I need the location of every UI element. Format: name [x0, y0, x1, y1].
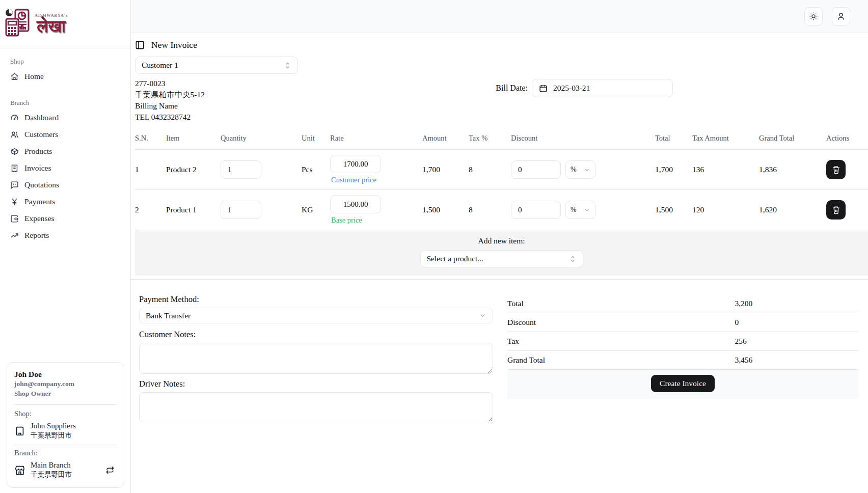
- sidebar-toggle-button[interactable]: [135, 40, 145, 50]
- sidebar-item-label: Home: [24, 72, 44, 81]
- switch-branch-button[interactable]: [103, 463, 117, 477]
- col-unit: Unit: [302, 131, 330, 150]
- col-tax-percent: Tax %: [469, 131, 511, 150]
- shop-address: 千葉県野田市: [31, 431, 76, 440]
- summary-label: Grand Total: [507, 355, 735, 365]
- user-name: Joh Doe: [14, 370, 117, 379]
- sidebar-item-dashboard[interactable]: Dashboard: [5, 110, 125, 125]
- col-discount: Discount: [511, 131, 655, 150]
- package-icon: [10, 147, 19, 156]
- cell-grand-total: 1,836: [759, 150, 826, 190]
- sidebar-item-expenses[interactable]: Expenses: [5, 211, 125, 226]
- cell-sn: 2: [135, 190, 166, 230]
- page-title: New Invoice: [151, 40, 197, 50]
- cell-tax-percent: 8: [469, 190, 511, 230]
- summary-value: 256: [735, 337, 858, 346]
- cell-item: Product 1: [166, 190, 221, 230]
- sidebar-nav: Shop Home Branch Dashboard Customers Pro: [0, 48, 130, 244]
- product-select[interactable]: Select a product...: [420, 250, 583, 267]
- users-icon: [10, 130, 19, 139]
- cell-tax-percent: 8: [469, 150, 511, 190]
- wallet-icon: [10, 214, 19, 223]
- sidebar-item-quotations[interactable]: Quotations: [5, 177, 125, 193]
- receipt-icon: [10, 164, 19, 173]
- trash-icon: [832, 206, 840, 214]
- building-icon: [14, 425, 25, 436]
- panel-left-icon: [135, 40, 145, 50]
- payment-method-select[interactable]: Bank Transfer: [139, 308, 493, 323]
- create-invoice-button[interactable]: Create Invoice: [651, 375, 715, 392]
- payment-method-value: Bank Transfer: [146, 311, 191, 320]
- rate-input[interactable]: [330, 155, 381, 173]
- payment-method-label: Payment Method:: [139, 294, 493, 305]
- customer-select[interactable]: Customer 1: [135, 57, 298, 74]
- sidebar-item-customers[interactable]: Customers: [5, 127, 125, 142]
- discount-unit-select[interactable]: %: [565, 160, 595, 179]
- store-icon: [14, 464, 25, 476]
- cell-grand-total: 1,620: [759, 190, 826, 230]
- summary-row-total: Total 3,200: [507, 294, 858, 313]
- driver-notes-label: Driver Notes:: [139, 379, 493, 389]
- sidebar-item-label: Dashboard: [24, 113, 59, 122]
- yen-icon: [10, 198, 19, 206]
- customer-notes-input[interactable]: [139, 343, 493, 374]
- shop-label: Shop:: [14, 409, 117, 418]
- sidebar-item-invoices[interactable]: Invoices: [5, 160, 125, 176]
- sidebar-item-reports[interactable]: Reports: [5, 228, 125, 243]
- home-icon: [10, 72, 19, 81]
- branch-label: Branch:: [14, 449, 117, 457]
- sidebar: AISHWARYA's लेखा Shop Home Branch Dashbo…: [0, 0, 131, 493]
- user-card: Joh Doe john@company.com Shop Owner Shop…: [7, 362, 124, 488]
- brand-logo-icon: [3, 8, 36, 40]
- invoice-item-row-2: 2 Product 1 KG Base price 1,500 8: [135, 190, 868, 230]
- cell-amount: 1,700: [422, 150, 469, 190]
- sidebar-item-products[interactable]: Products: [5, 144, 125, 159]
- bill-date-value: 2025-03-21: [553, 84, 590, 93]
- invoice-summary: Total 3,200 Discount 0 Tax 256 Grand Tot…: [507, 294, 858, 427]
- nav-section-shop: Shop: [5, 56, 125, 69]
- sidebar-item-label: Invoices: [24, 163, 51, 173]
- sidebar-item-home[interactable]: Home: [5, 69, 125, 84]
- quantity-input[interactable]: [221, 201, 261, 219]
- rate-type-link[interactable]: Customer price: [331, 176, 376, 184]
- rate-input[interactable]: [330, 195, 381, 213]
- quantity-input[interactable]: [221, 160, 261, 179]
- customer-address-block: 277-0023 千葉県柏市中央5-12 Billing Name TEL 04…: [135, 78, 205, 123]
- summary-label: Discount: [507, 318, 735, 327]
- cell-unit: KG: [302, 190, 330, 230]
- cell-amount: 1,500: [422, 190, 469, 230]
- col-amount: Amount: [422, 131, 469, 150]
- product-select-placeholder: Select a product...: [427, 254, 483, 263]
- quote-bubble-icon: [10, 181, 19, 189]
- summary-value: 0: [735, 318, 858, 327]
- account-button[interactable]: [832, 7, 850, 25]
- sidebar-item-payments[interactable]: Payments: [5, 194, 125, 209]
- discount-input[interactable]: [511, 160, 561, 179]
- discount-unit-select[interactable]: %: [565, 201, 595, 219]
- theme-toggle-button[interactable]: [804, 7, 823, 25]
- add-item-label: Add new item:: [135, 236, 868, 245]
- chevrons-up-down-icon: [284, 62, 291, 69]
- calendar-icon: [539, 84, 548, 93]
- bill-date-picker[interactable]: 2025-03-21: [532, 79, 673, 97]
- table-header-row: S.N. Item Quantity Unit Rate Amount Tax …: [135, 131, 868, 150]
- customer-notes-label: Customer Notes:: [139, 330, 493, 340]
- discount-input[interactable]: [511, 201, 561, 219]
- driver-notes-input[interactable]: [139, 392, 493, 422]
- branch-entity: Main Branch 千葉県野田市: [14, 460, 117, 479]
- sidebar-item-label: Expenses: [24, 214, 55, 223]
- summary-row-discount: Discount 0: [507, 313, 858, 332]
- customer-billing-name: Billing Name: [135, 100, 205, 112]
- delete-item-button[interactable]: [826, 200, 846, 220]
- summary-label: Total: [507, 299, 735, 308]
- sidebar-item-label: Quotations: [24, 180, 59, 189]
- topbar: [131, 0, 868, 33]
- chevrons-up-down-icon: [569, 255, 577, 263]
- add-item-section: Add new item: Select a product...: [135, 230, 868, 276]
- delete-item-button[interactable]: [826, 160, 846, 179]
- col-quantity: Quantity: [221, 131, 302, 150]
- chart-icon: [10, 231, 19, 240]
- invoice-item-row-1: 1 Product 2 Pcs Customer price 1,700 8: [135, 150, 868, 190]
- col-item: Item: [166, 131, 221, 150]
- rate-type-link[interactable]: Base price: [331, 216, 362, 225]
